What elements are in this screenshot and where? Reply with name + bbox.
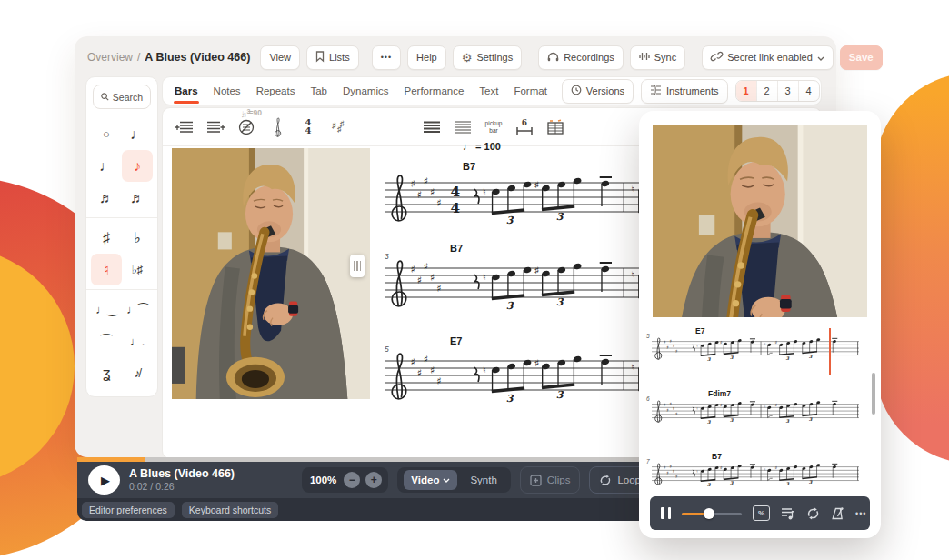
chord-symbol: E7: [450, 335, 462, 346]
save-button[interactable]: Save: [840, 45, 883, 70]
whole-note-button[interactable]: ○: [91, 118, 122, 150]
play-button[interactable]: ▶: [88, 465, 120, 495]
speed-percent-button[interactable]: %: [753, 505, 770, 521]
view-button[interactable]: View: [260, 45, 300, 70]
sharp-button[interactable]: ♯: [91, 222, 122, 254]
lists-button[interactable]: Lists: [306, 45, 359, 70]
insert-bar-before-icon[interactable]: [172, 115, 197, 140]
tie-down-button[interactable]: ♩‿: [91, 294, 122, 325]
clips-button[interactable]: Clips: [520, 466, 581, 494]
quarter-note-button[interactable]: ♩: [91, 150, 122, 182]
mobile-control-bar: % •••: [650, 496, 870, 530]
zoom-level: 100%: [308, 475, 338, 485]
page-title: A Blues (Video 466): [145, 51, 250, 64]
partial-measure-icon[interactable]: 6: [512, 115, 537, 140]
staff-style-icon[interactable]: [419, 115, 445, 140]
tie-up-button[interactable]: ♩⁀: [122, 294, 153, 325]
chord-symbol: E7: [695, 326, 704, 335]
tempo-marking-icon[interactable]: ♩=90: [357, 115, 383, 140]
zoom-out-button[interactable]: −: [344, 472, 360, 488]
multi-measure-icon[interactable]: [543, 115, 568, 140]
settings-button[interactable]: ⚙ Settings: [453, 45, 522, 70]
pickup-bar-icon[interactable]: pickup bar: [481, 115, 506, 140]
editor-preferences-button[interactable]: Editor preferences: [82, 502, 175, 518]
zoom-in-button[interactable]: +: [365, 472, 382, 488]
mobile-video-panel[interactable]: [653, 125, 867, 317]
page-2-button[interactable]: 2: [756, 81, 777, 101]
metronome-button[interactable]: [831, 507, 844, 520]
sixteenth-note-button[interactable]: ♬: [91, 182, 122, 214]
progress-track[interactable]: [77, 457, 662, 462]
page-1-button[interactable]: 1: [736, 81, 756, 101]
slur-button[interactable]: ⌒: [91, 325, 122, 357]
half-note-button[interactable]: ♩: [122, 118, 153, 150]
chord-symbol: Fdim7: [708, 389, 731, 398]
thirty-second-note-button[interactable]: ♬: [122, 182, 153, 214]
recordings-button[interactable]: Recordings: [538, 45, 624, 70]
clips-icon: [530, 475, 542, 486]
more-button[interactable]: •••: [372, 45, 401, 70]
tab-text[interactable]: Text: [478, 79, 499, 103]
panel-resize-handle[interactable]: [350, 255, 365, 277]
chevron-down-icon: [443, 478, 450, 483]
flat-sharp-button[interactable]: ♭♯: [122, 254, 153, 285]
saxophone-player-video: [653, 125, 867, 317]
clef-icon[interactable]: [265, 115, 290, 140]
slider-thumb[interactable]: [704, 508, 714, 519]
eighth-note-button[interactable]: ♪: [122, 150, 153, 182]
quarter-rest-button[interactable]: ʓ: [91, 357, 122, 389]
player-title: A Blues (Video 466): [129, 467, 235, 482]
page-3-button[interactable]: 3: [777, 81, 798, 101]
measure-number: 6: [646, 395, 650, 402]
video-source-button[interactable]: Video: [404, 470, 457, 490]
keyboard-shortcuts-button[interactable]: Keyboard shortcuts: [182, 502, 278, 518]
natural-button[interactable]: ♮: [91, 254, 122, 285]
secret-link-button[interactable]: Secret link enabled: [702, 45, 834, 70]
grace-note-button[interactable]: ♪̸: [122, 357, 153, 389]
mobile-staff-3[interactable]: [652, 462, 859, 487]
tab-format[interactable]: Format: [513, 79, 547, 103]
help-button[interactable]: Help: [407, 45, 446, 70]
versions-button[interactable]: Versions: [562, 79, 634, 104]
tab-dynamics[interactable]: Dynamics: [342, 79, 389, 103]
playlist-music-icon: [781, 507, 795, 520]
tempo-marking: ♩ = 100: [463, 141, 501, 152]
video-panel[interactable]: [172, 148, 370, 399]
sync-button[interactable]: Sync: [630, 45, 685, 70]
tab-repeats[interactable]: Repeats: [255, 79, 296, 103]
flat-button[interactable]: ♭: [122, 222, 153, 254]
mobile-staff-2[interactable]: [652, 399, 859, 425]
dotted-note-button[interactable]: ♩.: [122, 325, 153, 357]
mobile-staff-1[interactable]: [652, 336, 859, 362]
tuplet-icon[interactable]: ♫3: [388, 115, 414, 140]
playlist-music-button[interactable]: [781, 507, 795, 520]
symbol-sidebar: Search ○ ♩ ♩ ♪ ♬ ♬ ♯ ♭ ♮ ♭♯ ♩‿ ♩⁀ ⌒ ♩. ʓ…: [85, 76, 158, 397]
instruments-button[interactable]: Instruments: [641, 79, 727, 104]
pause-button[interactable]: [661, 507, 671, 519]
background-blob-orange: [874, 73, 949, 464]
history-clock-icon: [571, 85, 582, 97]
time-signature-icon[interactable]: 44: [295, 115, 321, 140]
chord-symbol: B7: [450, 243, 463, 254]
synth-source-button[interactable]: Synth: [463, 475, 504, 485]
playback-bar: ▶ A Blues (Video 466) 0:02 / 0:26 100% −…: [77, 457, 662, 521]
headphones-icon: [547, 52, 559, 64]
tab-tab[interactable]: Tab: [309, 79, 328, 103]
loop-button[interactable]: [806, 507, 820, 520]
editor-footer: Editor preferences Keyboard shortcuts: [77, 498, 662, 521]
page-selector: 1 2 3 4: [735, 80, 820, 102]
tab-performance[interactable]: Performance: [404, 79, 465, 103]
insert-bar-after-icon[interactable]: [203, 115, 228, 140]
seek-slider[interactable]: [682, 508, 742, 519]
more-button[interactable]: •••: [855, 509, 866, 518]
audio-source-toggle: Video Synth: [397, 467, 511, 493]
staff-lines-icon[interactable]: [450, 115, 475, 140]
key-signature-icon[interactable]: ♯♯♯: [326, 115, 352, 140]
tab-notes[interactable]: Notes: [213, 79, 242, 103]
loop-icon: [599, 475, 612, 486]
search-button[interactable]: Search: [93, 85, 151, 109]
tab-bars[interactable]: Bars: [174, 79, 199, 103]
page-4-button[interactable]: 4: [798, 81, 819, 101]
scrollbar[interactable]: [872, 373, 875, 415]
breadcrumb-section[interactable]: Overview: [87, 51, 133, 64]
